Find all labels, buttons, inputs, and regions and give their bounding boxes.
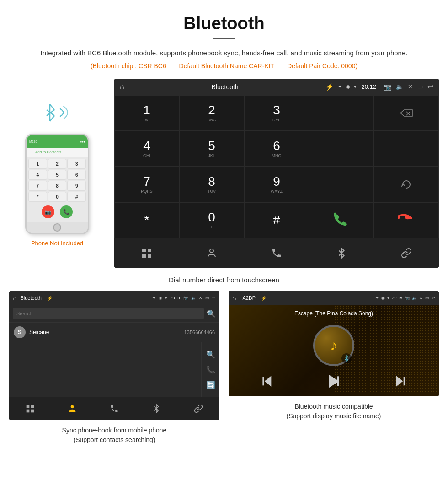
pb-nav-bluetooth[interactable] [135,404,177,413]
music-close-icon[interactable]: ✕ [419,296,423,300]
pb-loc-icon: ◉ [159,296,162,300]
music-play-pause-btn[interactable] [326,374,341,391]
nav-person[interactable] [179,248,244,259]
header-section: Bluetooth Integrated with BC6 Bluetooth … [0,0,448,79]
pb-side-refresh-icon[interactable]: 🔄 [206,381,215,389]
phone-key-hash[interactable]: # [67,192,86,202]
dial-key-backspace[interactable] [374,95,439,131]
phone-key-star[interactable]: * [28,192,47,202]
dial-key-8[interactable]: 8 TUV [179,167,244,202]
status-icons: ✦ ◉ ▾ [338,84,357,90]
dial-key-hash[interactable]: # [244,202,309,238]
pb-nav-phone[interactable] [93,404,135,413]
dial-key-1[interactable]: 1 ∞ [114,95,179,131]
pb-nav-grid[interactable] [9,404,51,413]
nav-phone[interactable] [244,248,309,259]
call-icon: 📞 [63,209,70,215]
music-controls [234,374,433,391]
phone-key-7[interactable]: 7 [28,181,47,191]
dial-key-end-call[interactable] [374,202,439,238]
search-icon[interactable]: 🔍 [207,309,216,318]
dial-key-2[interactable]: 2 ABC [179,95,244,131]
pb-side-search-icon[interactable]: 🔍 [206,350,215,359]
screen-icon[interactable]: ▭ [417,83,423,90]
dial-num-star: * [144,214,149,227]
dial-sub-8: TUV [208,189,216,194]
music-panel: ⌂ A2DP ⚡ ✦ ◉ ▾ 20:15 📷 🔈 ✕ ▭ ↩ Esca [229,291,439,447]
svg-line-4 [50,116,54,121]
music-caption: Bluetooth music compatible (Support disp… [277,400,390,423]
pb-home-icon[interactable]: ⌂ [13,294,16,302]
svg-marker-19 [330,376,338,387]
nav-link[interactable] [374,248,439,259]
header-description: Integrated with BC6 Bluetooth module, su… [27,48,421,59]
phone-key-9[interactable]: 9 [67,181,86,191]
nav-bluetooth[interactable] [309,248,374,259]
dial-key-0[interactable]: 0 + [179,202,244,238]
pb-close-icon[interactable]: ✕ [199,296,203,300]
music-status-bar: ⌂ A2DP ⚡ ✦ ◉ ▾ 20:15 📷 🔈 ✕ ▭ ↩ [229,291,439,305]
dial-caption: Dial number direct from touchscreen [0,272,448,291]
dial-sub-9: WXYZ [271,189,283,194]
music-home-icon[interactable]: ⌂ [232,294,236,302]
pb-side-phone-icon[interactable]: 📞 [206,365,215,374]
dial-key-refresh[interactable] [374,167,439,202]
dial-num-3: 3 [273,104,280,117]
pb-contact-row[interactable]: S Seicane 13566664466 [9,323,219,342]
add-contact-label: Add to Contacts [35,150,61,154]
dial-key-4[interactable]: 4 GHI [114,131,179,167]
phone-key-1[interactable]: 1 [28,159,47,169]
volume-icon[interactable]: 🔈 [396,83,403,90]
dial-sub-4: GHI [143,153,150,158]
pb-cam-icon: 📷 [183,296,188,300]
dial-num-6: 6 [273,140,280,152]
phone-video-btn[interactable]: 📷 [42,205,54,218]
pb-back-icon[interactable]: ↩ [212,296,216,300]
dial-key-star[interactable]: * [114,202,179,238]
car-screen-title: Bluetooth [129,83,321,91]
phonebook-screen: ⌂ Bluetooth ⚡ ✦ ◉ ▾ 20:11 📷 🔈 ✕ ▭ ↩ [9,291,219,420]
phone-home-button[interactable] [53,223,61,232]
music-prev-btn[interactable] [261,375,273,390]
dial-key-3[interactable]: 3 DEF [244,95,309,131]
pb-search-input[interactable] [13,308,204,319]
phone-key-2[interactable]: 2 [48,159,67,169]
music-next-btn[interactable] [394,375,407,390]
page-title: Bluetooth [27,14,421,33]
close-icon[interactable]: ✕ [408,83,413,90]
phone-carrier: ●●● [79,140,85,143]
svg-marker-17 [266,377,271,386]
dial-num-5: 5 [208,140,215,152]
svg-rect-13 [31,405,34,408]
music-back-icon[interactable]: ↩ [432,296,435,300]
pb-search-row: 🔍 [9,305,219,323]
dial-key-call[interactable] [309,202,374,238]
camera-icon[interactable]: 📷 [384,83,391,91]
phone-key-4[interactable]: 4 [28,170,47,180]
pb-nav-link[interactable] [177,404,219,413]
phone-key-6[interactable]: 6 [67,170,86,180]
svg-rect-14 [27,410,30,413]
pb-side-icons: 🔍 📞 🔄 [201,342,219,397]
location-icon: ◉ [346,84,350,90]
car-screen: ⌂ Bluetooth ⚡ ✦ ◉ ▾ 20:12 📷 🔈 ✕ ▭ ↩ [114,79,439,268]
dial-sub-2: ABC [208,118,216,122]
pb-bottom-nav [9,397,219,420]
phone-key-0[interactable]: 0 [48,192,67,202]
pb-nav-person[interactable] [51,404,93,413]
car-status-bar: ⌂ Bluetooth ⚡ ✦ ◉ ▾ 20:12 📷 🔈 ✕ ▭ ↩ [114,79,439,95]
dial-key-5[interactable]: 5 JKL [179,131,244,167]
dial-num-1: 1 [143,104,150,117]
nav-grid[interactable] [114,248,179,259]
dial-key-7[interactable]: 7 PQRS [114,167,179,202]
home-icon[interactable]: ⌂ [120,83,124,91]
phone-key-5[interactable]: 5 [48,170,67,180]
phone-key-3[interactable]: 3 [67,159,86,169]
dial-key-6[interactable]: 6 MNO [244,131,309,167]
dial-key-9[interactable]: 9 WXYZ [244,167,309,202]
music-time: 20:15 [392,296,402,300]
music-bt-icon: ✦ [375,296,379,300]
phone-key-8[interactable]: 8 [48,181,67,191]
back-icon[interactable]: ↩ [427,82,433,91]
phone-call-btn[interactable]: 📞 [60,205,73,218]
